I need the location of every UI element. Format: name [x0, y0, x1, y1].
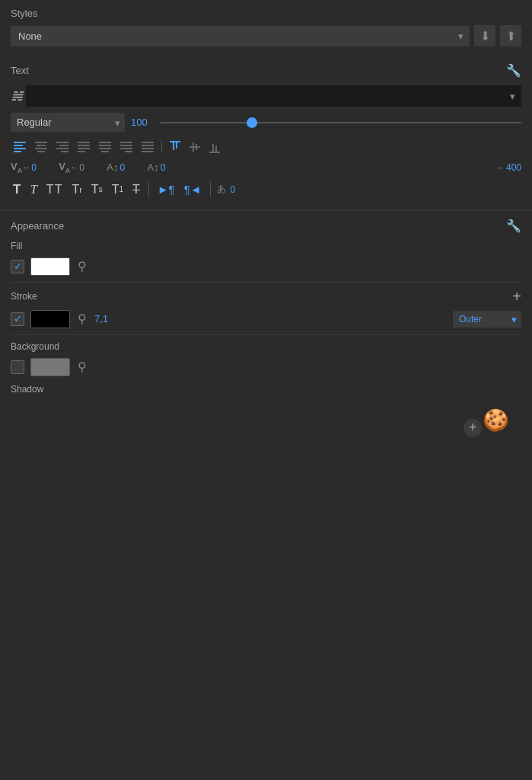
- tracking-metric: VA↔ 0: [11, 161, 46, 174]
- text-style-sep2: [210, 182, 211, 197]
- svg-rect-29: [173, 142, 174, 150]
- appearance-section: Appearance 🔧 Fill ✓ ⚲ Stroke + ✓ ⚲ 7,1 O…: [0, 210, 532, 452]
- background-label: Background: [11, 341, 521, 352]
- font-family-input[interactable]: Komika Axis: [26, 85, 521, 107]
- svg-rect-12: [78, 142, 90, 143]
- fill-checkbox[interactable]: ✓: [11, 260, 24, 273]
- stroke-value[interactable]: 7,1: [94, 313, 108, 324]
- svg-rect-31: [190, 146, 200, 148]
- justify-right-btn[interactable]: [117, 140, 135, 154]
- valign-top-btn[interactable]: [167, 139, 183, 155]
- svg-rect-33: [196, 144, 197, 150]
- background-eyedropper-btn[interactable]: ⚲: [76, 358, 88, 376]
- tracking-icon: VA↔: [11, 161, 30, 174]
- svg-rect-28: [170, 141, 180, 142]
- fill-check-icon: ✓: [14, 261, 22, 271]
- leading-icon: A↕: [107, 161, 118, 173]
- text-label: Text: [11, 65, 29, 76]
- styles-upload-btn[interactable]: ⬆: [500, 25, 521, 46]
- justify-left-btn[interactable]: [75, 140, 93, 154]
- allcaps-btn[interactable]: TT: [44, 181, 65, 198]
- svg-rect-26: [142, 148, 154, 149]
- appearance-wrench-icon[interactable]: 🔧: [506, 219, 521, 233]
- cookie-icon[interactable]: 🍪: [483, 408, 509, 433]
- svg-rect-9: [59, 145, 68, 146]
- font-style-row: Regular 100: [11, 113, 521, 132]
- align-right-btn[interactable]: [53, 140, 72, 154]
- spacing-icon: あ: [217, 183, 226, 196]
- svg-rect-4: [35, 142, 47, 143]
- align-center-btn[interactable]: [32, 140, 50, 154]
- stroke-type-wrap: Outer Inner Center: [453, 311, 521, 328]
- svg-rect-5: [37, 145, 46, 146]
- svg-rect-34: [209, 152, 220, 153]
- font-style-select[interactable]: Regular: [11, 113, 125, 132]
- svg-rect-0: [14, 142, 26, 143]
- baseline-value: 0: [161, 162, 176, 173]
- justify-all-btn[interactable]: [139, 140, 157, 154]
- text-wrench-icon[interactable]: 🔧: [506, 63, 521, 78]
- background-color-swatch[interactable]: [30, 358, 70, 376]
- font-style-wrap: Regular: [11, 113, 125, 132]
- svg-rect-11: [61, 151, 68, 152]
- svg-rect-14: [78, 148, 90, 149]
- align-left-btn[interactable]: [11, 140, 29, 154]
- kerning-icon: VA←: [59, 161, 78, 174]
- subscript-btn[interactable]: T1: [110, 181, 126, 198]
- svg-rect-6: [35, 148, 47, 149]
- font-size-slider[interactable]: [160, 122, 521, 123]
- styles-download-btn[interactable]: ⬇: [474, 25, 495, 46]
- svg-rect-19: [101, 151, 109, 152]
- bold-btn[interactable]: T: [11, 181, 23, 199]
- strikethrough-btn[interactable]: T: [130, 181, 142, 198]
- font-size-value: 100: [131, 117, 154, 128]
- leading-value: 0: [120, 162, 135, 173]
- text-section: Text 🔧 𝌢 Komika Axis Regular 100: [0, 56, 532, 210]
- styles-row: None ⬇ ⬆: [11, 25, 521, 46]
- text-section-title: Text 🔧: [11, 63, 521, 78]
- stroke-type-select[interactable]: Outer Inner Center: [453, 311, 521, 328]
- fill-eyedropper-btn[interactable]: ⚲: [76, 257, 88, 275]
- font-family-row: 𝌢 Komika Axis: [11, 85, 521, 107]
- stroke-header: Stroke +: [11, 289, 521, 304]
- svg-rect-3: [14, 151, 21, 152]
- svg-rect-16: [99, 142, 111, 143]
- svg-rect-20: [120, 142, 132, 143]
- text-style-sep: [148, 182, 149, 197]
- valign-mid-btn[interactable]: [186, 139, 203, 155]
- flow-right-btn[interactable]: ►¶: [155, 181, 177, 197]
- metrics-row: VA↔ 0 VA← 0 A↕ 0 A↕ 0 ↔ 400: [11, 161, 521, 174]
- tracking-value: 0: [31, 162, 46, 173]
- svg-rect-32: [193, 142, 194, 152]
- baseline-icon: A↕: [148, 161, 159, 173]
- fill-stroke-divider: [11, 282, 521, 283]
- stroke-check-icon: ✓: [14, 314, 22, 324]
- flow-left-btn[interactable]: ¶◄: [182, 181, 204, 197]
- stroke-add-btn[interactable]: +: [512, 289, 521, 304]
- stroke-color-swatch[interactable]: [30, 310, 70, 328]
- background-row: ✓ ⚲: [11, 358, 521, 376]
- smallcaps-btn[interactable]: Tr: [69, 181, 84, 198]
- char-spacing-value: 0: [231, 184, 246, 195]
- justify-center-btn[interactable]: [96, 140, 114, 154]
- svg-rect-35: [212, 144, 214, 152]
- add-item-btn[interactable]: +: [464, 419, 482, 437]
- valign-bot-btn[interactable]: [206, 139, 223, 155]
- svg-rect-22: [120, 148, 132, 149]
- stroke-checkbox[interactable]: ✓: [11, 312, 24, 326]
- italic-btn[interactable]: T: [27, 181, 39, 199]
- fill-color-swatch[interactable]: [30, 257, 70, 276]
- svg-rect-25: [142, 145, 154, 146]
- stroke-bg-divider: [11, 334, 521, 335]
- superscript-btn[interactable]: Ts: [89, 181, 105, 198]
- styles-select-wrap: None: [11, 26, 470, 46]
- svg-rect-36: [215, 145, 217, 152]
- kerning-value: 0: [79, 162, 94, 173]
- styles-select[interactable]: None: [11, 26, 470, 46]
- svg-rect-21: [120, 145, 132, 146]
- appearance-section-title: Appearance 🔧: [11, 219, 521, 233]
- svg-rect-2: [14, 148, 26, 149]
- background-checkbox[interactable]: ✓: [11, 360, 24, 374]
- font-family-wrap: Komika Axis: [26, 85, 521, 107]
- stroke-eyedropper-btn[interactable]: ⚲: [76, 310, 88, 328]
